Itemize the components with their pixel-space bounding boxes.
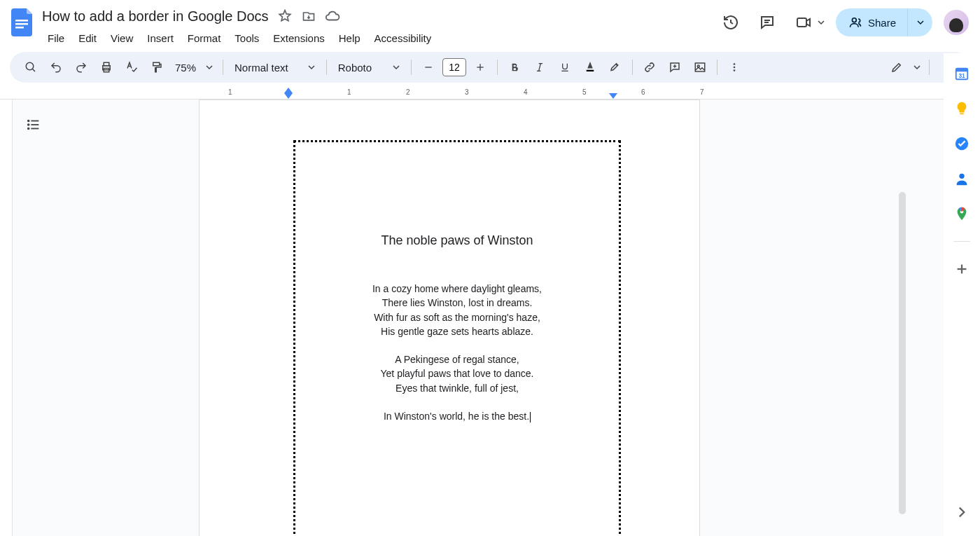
italic-icon[interactable] [528,56,551,78]
editing-mode-dropdown-icon[interactable] [913,64,920,71]
svg-rect-12 [153,62,160,66]
history-icon[interactable] [718,10,743,35]
ruler-tick: 6 [641,88,645,96]
document-page[interactable]: The noble paws of Winston In a cozy home… [199,99,700,536]
poem-line: A Pekingese of regal stance, [295,352,619,366]
maps-icon[interactable] [954,206,969,221]
zoom-value: 75% [175,62,196,74]
move-icon[interactable] [301,8,316,24]
vertical-ruler[interactable] [0,99,13,536]
paragraph-style-select[interactable]: Normal text [229,62,321,74]
link-icon[interactable] [638,56,661,78]
svg-rect-40 [960,113,964,114]
svg-line-18 [539,64,541,71]
share-button[interactable]: Share [836,8,907,36]
share-dropdown[interactable] [907,8,932,36]
poem-line: There lies Winston, lost in dreams. [295,296,619,310]
increase-font-icon[interactable] [469,56,491,78]
menu-help[interactable]: Help [333,29,366,47]
ruler-tick: 4 [524,88,528,96]
chevron-down-icon [393,64,400,71]
poem-line: His gentle gaze sets hearts ablaze. [295,324,619,338]
share-label: Share [868,17,896,29]
svg-line-8 [32,69,35,71]
spellcheck-icon[interactable] [120,56,143,78]
poem-title: The noble paws of Winston [295,233,619,248]
redo-icon[interactable] [70,56,92,78]
style-value: Normal text [234,62,288,74]
undo-icon[interactable] [45,56,67,78]
svg-point-25 [734,63,736,65]
contacts-icon[interactable] [954,171,969,186]
svg-point-42 [959,174,964,179]
svg-rect-2 [15,27,24,29]
font-select[interactable]: Roboto [332,62,405,74]
indent-marker-icon[interactable] [284,88,293,93]
font-size-input[interactable]: 12 [442,58,466,76]
tasks-icon[interactable] [954,136,969,151]
svg-point-34 [28,121,29,122]
keep-icon[interactable] [954,101,969,116]
bold-icon[interactable] [503,56,526,78]
indent-marker-icon[interactable] [284,93,293,99]
document-title[interactable]: How to add a border in Google Docs [42,8,269,25]
comments-icon[interactable] [755,10,780,35]
ruler-tick: 7 [700,88,704,96]
side-panel: 31 [944,53,980,536]
account-avatar[interactable] [944,10,969,35]
ruler-tick: 3 [465,88,469,96]
menu-view[interactable]: View [105,29,139,47]
vertical-scrollbar[interactable] [899,192,906,514]
highlight-icon[interactable] [604,56,626,78]
horizontal-ruler[interactable]: 1 1 2 3 4 5 6 7 [0,87,944,99]
svg-point-6 [852,18,856,22]
poem-line: Yet playful paws that love to dance. [295,366,619,380]
svg-rect-38 [956,69,968,72]
page-border: The noble paws of Winston In a cozy home… [293,140,621,536]
svg-rect-5 [797,18,806,27]
paint-format-icon[interactable] [146,56,168,78]
add-comment-icon[interactable] [664,56,686,78]
text-cursor [530,412,531,422]
svg-point-7 [26,62,34,70]
menu-extensions[interactable]: Extensions [267,29,330,47]
underline-icon[interactable] [554,56,576,78]
menu-accessibility[interactable]: Accessibility [369,29,438,47]
ruler-tick: 5 [582,88,587,96]
menu-insert[interactable]: Insert [141,29,179,47]
people-icon [848,15,862,29]
calendar-icon[interactable]: 31 [954,66,969,81]
editing-mode-icon[interactable] [886,56,908,78]
header-bar: How to add a border in Google Docs File … [0,0,980,48]
zoom-select[interactable]: 75% [171,62,217,74]
collapse-sidepanel-icon[interactable] [952,502,972,522]
text-color-icon[interactable] [579,56,601,78]
svg-rect-1 [15,23,28,25]
search-icon[interactable] [20,56,42,78]
decrease-font-icon[interactable] [417,56,440,78]
insert-image-icon[interactable] [689,56,711,78]
svg-text:31: 31 [958,73,965,79]
cloud-status-icon[interactable] [325,8,340,24]
print-icon[interactable] [95,56,118,78]
svg-point-27 [734,69,736,71]
menu-edit[interactable]: Edit [73,29,102,47]
document-outline-icon[interactable] [24,115,43,135]
share-button-group: Share [836,8,932,36]
indent-marker-icon[interactable] [609,93,617,99]
docs-logo-icon[interactable] [8,8,36,36]
star-icon[interactable] [277,8,293,24]
meet-icon[interactable] [791,10,816,35]
chevron-down-icon [308,64,315,71]
menu-tools[interactable]: Tools [229,29,265,47]
more-icon[interactable] [723,56,746,78]
svg-rect-20 [587,70,594,71]
font-value: Roboto [338,62,372,74]
meet-dropdown-icon[interactable] [818,16,825,29]
poem-line: Eyes that twinkle, full of jest, [295,381,619,395]
menu-file[interactable]: File [42,29,70,47]
addons-icon[interactable] [954,261,969,277]
chevron-down-icon [206,64,213,71]
svg-point-26 [734,67,736,69]
menu-format[interactable]: Format [182,29,227,47]
